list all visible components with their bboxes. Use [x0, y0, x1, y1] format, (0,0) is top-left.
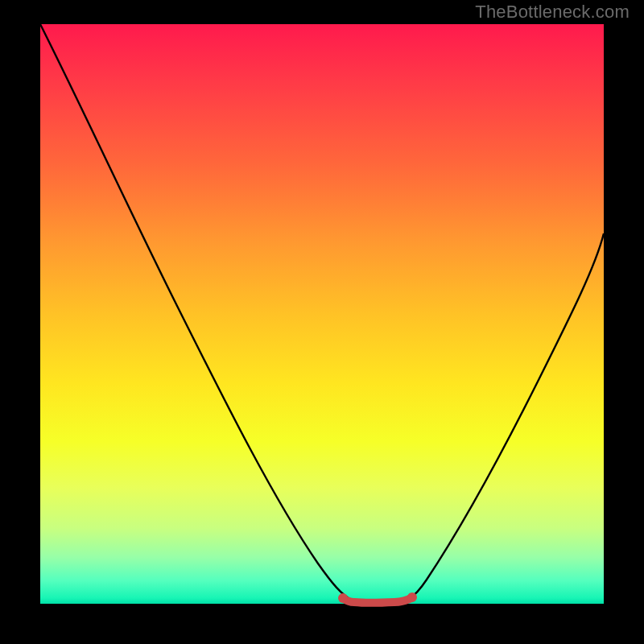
chart-frame: TheBottleneck.com — [0, 0, 644, 644]
baseline-end-right-dot — [407, 592, 417, 602]
watermark-text: TheBottleneck.com — [475, 2, 630, 23]
plot-area — [40, 24, 604, 604]
curve-layer — [40, 24, 604, 604]
optimal-range-baseline — [343, 597, 412, 603]
baseline-end-left-dot — [338, 593, 348, 603]
bottleneck-curve — [40, 24, 604, 602]
